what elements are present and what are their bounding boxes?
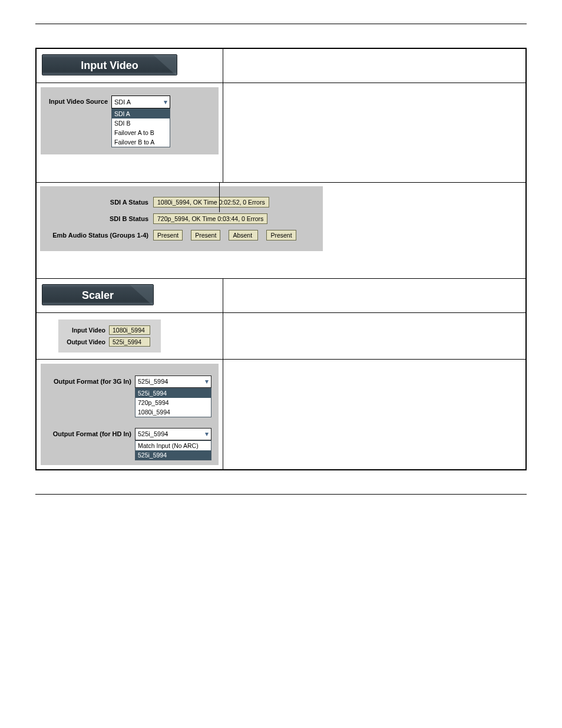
empty-cell xyxy=(223,312,527,359)
of-3g-opt-720[interactable]: 720p_5994 xyxy=(135,398,211,407)
emb-audio-g4: Present xyxy=(266,230,296,241)
emb-audio-g1: Present xyxy=(153,230,183,241)
sdi-a-status-label: SDI A Status xyxy=(47,199,153,206)
option-sdi-b[interactable]: SDI B xyxy=(112,118,170,128)
scaler-output-label: Output Video xyxy=(67,338,109,345)
option-failover-ab[interactable]: Failover A to B xyxy=(112,128,170,137)
of-3g-label: Output Format (for 3G In) xyxy=(48,375,135,385)
top-rule xyxy=(35,24,527,24)
chevron-down-icon: ▾ xyxy=(205,377,209,386)
bottom-rule xyxy=(35,494,527,495)
status-block: SDI A Status 1080i_5994, OK Time 0:02:52… xyxy=(40,186,323,251)
of-hd-label: Output Format (for HD In) xyxy=(48,428,135,437)
of-hd-opt-match[interactable]: Match Input (No ARC) xyxy=(135,441,211,450)
scaler-input-label: Input Video xyxy=(67,327,109,334)
input-video-source-block: Input Video Source SDI A ▾ SDI A SDI B F… xyxy=(41,87,219,154)
of-hd-select[interactable]: 525i_5994 ▾ xyxy=(135,428,211,440)
empty-cell xyxy=(223,278,527,312)
select-value: SDI A xyxy=(114,98,131,106)
emb-audio-status-label: Emb Audio Status (Groups 1-4) xyxy=(47,232,153,239)
sdi-b-status-label: SDI B Status xyxy=(47,215,153,222)
option-sdi-a[interactable]: SDI A xyxy=(112,109,170,118)
empty-cell xyxy=(223,359,527,470)
chevron-down-icon: ▾ xyxy=(205,430,209,438)
scaler-header: Scaler xyxy=(42,284,154,305)
input-video-source-select[interactable]: SDI A ▾ xyxy=(111,95,170,108)
of-hd-options[interactable]: Match Input (No ARC) 525i_5994 xyxy=(135,440,211,460)
input-video-source-label: Input Video Source xyxy=(48,95,111,105)
of-3g-value: 525i_5994 xyxy=(138,378,168,385)
scaler-input-value: 1080i_5994 xyxy=(109,325,150,335)
emb-audio-g3: Absent xyxy=(229,230,258,241)
sdi-a-status-value: 1080i_5994, OK Time 0:02:52, 0 Errors xyxy=(153,197,269,207)
of-hd-opt-525[interactable]: 525i_5994 xyxy=(135,450,211,460)
emb-audio-g2: Present xyxy=(191,230,220,241)
empty-cell xyxy=(223,83,527,182)
scaler-output-value: 525i_5994 xyxy=(109,337,150,347)
sdi-b-status-value: 720p_5994, OK Time 0:03:44, 0 Errors xyxy=(153,213,267,224)
of-3g-options[interactable]: 525i_5994 720p_5994 1080i_5994 xyxy=(135,388,211,417)
divider-stub xyxy=(219,183,220,212)
of-3g-select[interactable]: 525i_5994 ▾ xyxy=(135,375,211,388)
of-hd-value: 525i_5994 xyxy=(138,430,168,437)
chevron-down-icon: ▾ xyxy=(164,98,167,106)
of-3g-opt-1080[interactable]: 1080i_5994 xyxy=(135,407,211,417)
of-3g-opt-525[interactable]: 525i_5994 xyxy=(135,388,211,398)
input-video-header: Input Video xyxy=(42,54,177,75)
main-table: Input Video Input Video Source SDI A ▾ xyxy=(35,48,527,470)
output-format-block: Output Format (for 3G In) 525i_5994 ▾ 52… xyxy=(41,364,219,465)
option-failover-ba[interactable]: Failover B to A xyxy=(112,137,170,147)
empty-cell xyxy=(223,48,527,83)
input-video-source-options[interactable]: SDI A SDI B Failover A to B Failover B t… xyxy=(111,108,170,147)
scaler-status-block: Input Video 1080i_5994 Output Video 525i… xyxy=(58,319,161,353)
